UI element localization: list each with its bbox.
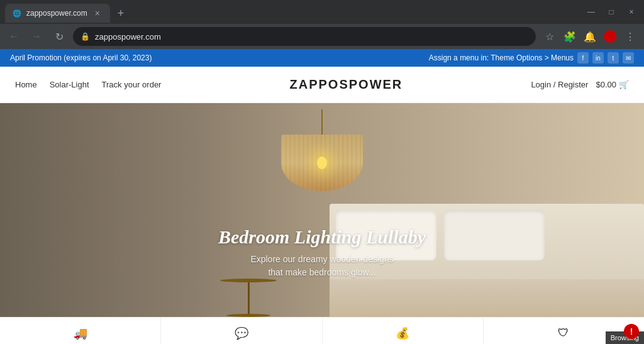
website: April Promotion (expires on April 30, 20… xyxy=(0,49,644,344)
minimize-button[interactable]: — xyxy=(584,4,599,19)
browser-chrome: 🌐 zappospower.com × + — □ × ← → ↻ 🔒 zapp… xyxy=(0,0,644,49)
cart-price: $0.00 xyxy=(596,80,616,89)
address-bar-row: ← → ↻ 🔒 zappospower.com ☆ 🧩 🔔 ⋮ xyxy=(0,24,644,49)
extensions-button[interactable]: 🧩 xyxy=(561,28,579,45)
window-controls: — □ × xyxy=(584,4,639,19)
nav-home[interactable]: Home xyxy=(15,80,37,89)
browser-actions: ☆ 🧩 🔔 ⋮ xyxy=(541,28,639,45)
new-tab-button[interactable]: + xyxy=(113,4,130,23)
hero-section: Bedroom Lighting Lullaby Explore our dre… xyxy=(0,103,644,317)
feature-saving-money: 💰 Saving Money We have many discounts, f… xyxy=(323,318,484,344)
nav-right: Login / Register $0.00 🛒 xyxy=(531,80,629,89)
maximize-button[interactable]: □ xyxy=(604,4,619,19)
address-bar[interactable]: 🔒 zappospower.com xyxy=(73,27,536,46)
hero-subtitle: Explore our dreamy wooden designs that m… xyxy=(250,253,393,279)
address-text: zappospower.com xyxy=(95,32,528,42)
feature-online-support: 💬 Online Support Our knowledgeable zappo… xyxy=(161,318,322,344)
nav-links: Home Solar-Light Track your order xyxy=(15,80,161,89)
site-logo: ZAPPOSPOWER xyxy=(290,77,403,92)
promo-right: Assign a menu in: Theme Options > Menus … xyxy=(429,52,634,64)
instagram-icon[interactable]: in xyxy=(592,52,604,64)
promo-text: April Promotion (expires on April 30, 20… xyxy=(10,53,152,62)
promo-bar: April Promotion (expires on April 30, 20… xyxy=(0,49,644,67)
profile-button[interactable] xyxy=(601,28,619,45)
cart-area[interactable]: $0.00 🛒 xyxy=(596,80,629,89)
features-bar: 🚚 Fastest Delivery Show the progress of … xyxy=(0,317,644,344)
twitter-icon[interactable]: t xyxy=(608,52,619,64)
lock-icon: 🔒 xyxy=(80,32,90,41)
menu-button[interactable]: ⋮ xyxy=(621,28,639,45)
promo-assign-text: Assign a menu in: Theme Options > Menus xyxy=(429,53,574,62)
delivery-icon: 🚚 xyxy=(10,326,150,340)
nav-track-order[interactable]: Track your order xyxy=(102,80,162,89)
nav-solar-light[interactable]: Solar-Light xyxy=(50,80,89,89)
site-nav: Home Solar-Light Track your order ZAPPOS… xyxy=(0,67,644,103)
malware-icon[interactable]: ! xyxy=(624,324,639,339)
feature-fastest-delivery: 🚚 Fastest Delivery Show the progress of … xyxy=(0,318,161,344)
cart-icon: 🛒 xyxy=(619,80,629,89)
support-icon: 💬 xyxy=(171,326,311,340)
money-icon: 💰 xyxy=(333,326,473,340)
profile-icon xyxy=(604,30,616,43)
close-window-button[interactable]: × xyxy=(624,4,639,19)
email-icon[interactable]: ✉ xyxy=(623,52,634,64)
active-tab[interactable]: 🌐 zappospower.com × xyxy=(5,4,110,23)
bookmark-button[interactable]: ☆ xyxy=(541,28,558,45)
tab-bar: 🌐 zappospower.com × + — □ × xyxy=(0,0,644,24)
tab-title: zappospower.com xyxy=(26,9,87,18)
forward-button[interactable]: → xyxy=(28,28,45,45)
back-button[interactable]: ← xyxy=(5,28,23,45)
notifications-button[interactable]: 🔔 xyxy=(581,28,599,45)
login-link[interactable]: Login / Register xyxy=(531,80,588,89)
facebook-icon[interactable]: f xyxy=(577,52,589,64)
hero-title: Bedroom Lighting Lullaby xyxy=(218,226,426,248)
tab-close-button[interactable]: × xyxy=(92,8,103,18)
reload-button[interactable]: ↻ xyxy=(50,28,68,45)
hero-overlay: Bedroom Lighting Lullaby Explore our dre… xyxy=(0,103,644,317)
malware-icon-inner: ! xyxy=(624,324,639,339)
